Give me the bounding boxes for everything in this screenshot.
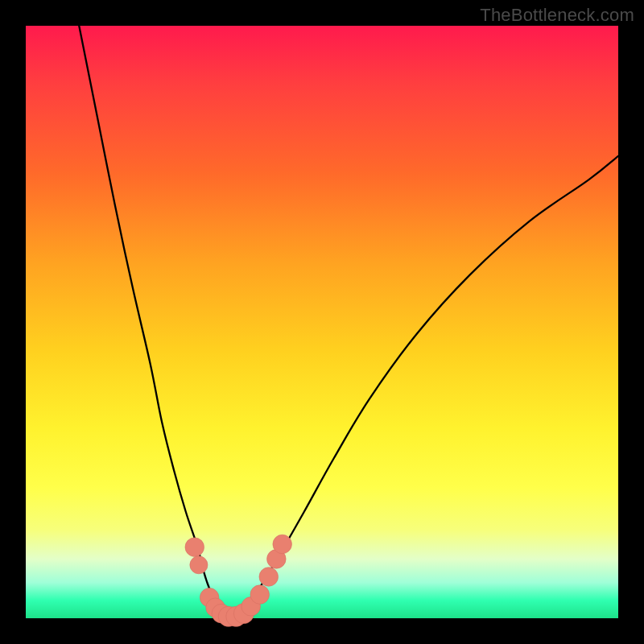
curve-markers [185, 535, 291, 626]
curve-marker [190, 556, 208, 574]
curve-marker [185, 538, 204, 557]
curve-marker [273, 535, 292, 554]
curve-marker [250, 585, 270, 605]
bottleneck-curve [26, 26, 618, 618]
chart-outer-frame: TheBottleneck.com [0, 0, 644, 644]
watermark-text: TheBottleneck.com [480, 5, 634, 26]
curve-left-branch [79, 26, 227, 618]
chart-plot-area [26, 26, 618, 618]
curve-marker [259, 568, 279, 587]
